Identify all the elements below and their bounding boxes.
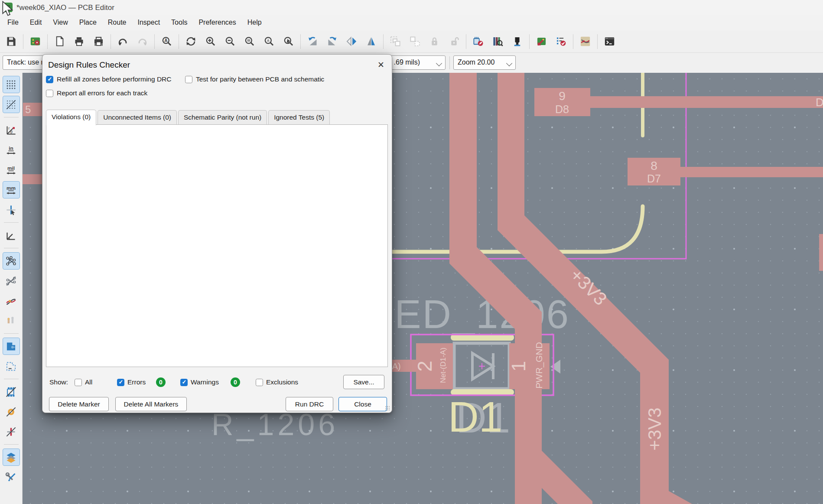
board-setup-button[interactable] bbox=[27, 33, 43, 50]
toolbar-separator bbox=[23, 34, 23, 49]
menu-help[interactable]: Help bbox=[242, 16, 267, 29]
toolbar-separator bbox=[597, 34, 598, 49]
run-drc-button[interactable] bbox=[553, 33, 569, 50]
violations-list[interactable] bbox=[46, 124, 388, 367]
net-inspector-button[interactable] bbox=[577, 33, 593, 50]
tab-schematic-parity[interactable]: Schematic Parity (not run) bbox=[178, 110, 267, 125]
menu-preferences[interactable]: Preferences bbox=[193, 16, 241, 29]
zoom-fit-page-button[interactable] bbox=[241, 33, 257, 50]
ungroup-button[interactable] bbox=[407, 33, 423, 50]
print-button[interactable] bbox=[71, 33, 87, 50]
toolbar-separator bbox=[4, 222, 19, 223]
resize-grip[interactable] bbox=[385, 406, 390, 411]
grid-dots-button[interactable] bbox=[3, 76, 20, 93]
tab-violations[interactable]: Violations (0) bbox=[46, 110, 96, 125]
svg-text:in: in bbox=[9, 145, 13, 151]
menu-bar: FileEditViewPlaceRouteInspectToolsPrefer… bbox=[0, 15, 823, 30]
zoom-fit-objects-button[interactable] bbox=[260, 33, 277, 50]
filter-all[interactable]: All bbox=[75, 378, 92, 386]
update-pcb-from-schematic-button[interactable] bbox=[533, 33, 550, 50]
menu-inspect[interactable]: Inspect bbox=[132, 16, 166, 29]
find-button[interactable]: A bbox=[158, 33, 175, 50]
zoom-selection-button[interactable] bbox=[280, 33, 296, 50]
filter-exclusions[interactable]: Exclusions bbox=[256, 378, 298, 386]
redo-button[interactable] bbox=[134, 33, 150, 50]
unlock-button[interactable] bbox=[446, 33, 462, 50]
parity-option[interactable]: Test for parity between PCB and schemati… bbox=[185, 75, 324, 83]
menu-file[interactable]: File bbox=[2, 16, 24, 29]
flip-vertical-button[interactable] bbox=[363, 33, 379, 50]
zoom-out-button[interactable] bbox=[221, 33, 238, 50]
angle-mode-button[interactable] bbox=[3, 227, 20, 244]
tab-unconnected-items[interactable]: Unconnected Items (0) bbox=[98, 110, 177, 125]
polar-coordinates-icon: rθ bbox=[5, 124, 17, 136]
pad-nets-button[interactable] bbox=[3, 312, 20, 329]
unit-mm-button[interactable]: mm bbox=[3, 182, 20, 198]
run-drc-button[interactable]: Run DRC bbox=[286, 397, 333, 411]
grid-override-button[interactable] bbox=[3, 96, 20, 113]
page-setup-button[interactable] bbox=[51, 33, 68, 50]
checkbox-checked[interactable] bbox=[180, 379, 188, 386]
net-inspector-icon bbox=[579, 36, 591, 47]
close-icon[interactable]: ✕ bbox=[374, 58, 387, 71]
pad-8-ref: D7 bbox=[647, 172, 661, 185]
filter-warnings[interactable]: Warnings bbox=[180, 378, 219, 386]
flip-horizontal-icon bbox=[346, 36, 358, 47]
checkbox-checked[interactable] bbox=[46, 76, 53, 83]
properties-button[interactable] bbox=[3, 469, 20, 485]
zone-filled-button[interactable] bbox=[3, 338, 20, 354]
menu-edit[interactable]: Edit bbox=[24, 16, 48, 29]
unit-inches-button[interactable]: in bbox=[3, 142, 20, 158]
menu-tools[interactable]: Tools bbox=[166, 16, 193, 29]
footprint-outline-button[interactable] bbox=[3, 384, 20, 400]
toolbar-separator bbox=[4, 444, 19, 445]
layers-manager-button[interactable] bbox=[3, 449, 20, 465]
close-button[interactable]: Close bbox=[338, 397, 387, 411]
checkbox-unchecked[interactable] bbox=[185, 76, 192, 83]
filter-errors[interactable]: Errors bbox=[117, 378, 146, 386]
delete-all-markers-button[interactable]: Delete All Markers bbox=[115, 397, 187, 411]
refill-zones-option[interactable]: Refill all zones before performing DRC bbox=[46, 75, 171, 83]
group-button[interactable] bbox=[387, 33, 403, 50]
tab-ignored-tests[interactable]: Ignored Tests (5) bbox=[268, 110, 330, 125]
delete-marker-button[interactable]: Delete Marker bbox=[49, 397, 109, 411]
all-track-errors-option[interactable]: Report all errors for each track bbox=[46, 89, 147, 97]
zoom-in-button[interactable] bbox=[202, 33, 218, 50]
checkbox-unchecked[interactable] bbox=[75, 379, 82, 386]
menu-route[interactable]: Route bbox=[102, 16, 132, 29]
unit-mils-button[interactable]: mil bbox=[3, 162, 20, 178]
checkbox-checked[interactable] bbox=[117, 379, 124, 386]
refresh-button[interactable] bbox=[182, 33, 199, 50]
rotate-cw-button[interactable] bbox=[324, 33, 340, 50]
scripting-console-button[interactable] bbox=[601, 33, 618, 50]
toolbar-separator bbox=[4, 117, 19, 117]
zone-sliver-right bbox=[819, 234, 823, 271]
checkbox-unchecked[interactable] bbox=[256, 379, 263, 386]
undo-button[interactable] bbox=[114, 33, 131, 50]
save-button[interactable]: Save... bbox=[343, 375, 384, 389]
checkbox-unchecked[interactable] bbox=[46, 90, 53, 97]
top-toolbar: A bbox=[0, 30, 823, 53]
zoom-select[interactable]: Zoom 20.00 bbox=[453, 55, 516, 70]
menu-place[interactable]: Place bbox=[74, 16, 102, 29]
ratsnest-button[interactable] bbox=[3, 253, 20, 269]
lock-button[interactable] bbox=[426, 33, 442, 50]
3d-viewer-button[interactable] bbox=[509, 33, 525, 50]
menu-view[interactable]: View bbox=[47, 16, 73, 29]
rotate-ccw-button[interactable] bbox=[304, 33, 321, 50]
save-button[interactable] bbox=[3, 33, 19, 50]
flip-horizontal-button[interactable] bbox=[343, 33, 360, 50]
plot-button[interactable] bbox=[90, 33, 107, 50]
footprint-browser-button[interactable] bbox=[489, 33, 506, 50]
errors-count-badge: 0 bbox=[156, 377, 166, 387]
via-outline-button[interactable] bbox=[3, 423, 20, 440]
footprint-editor-button[interactable] bbox=[470, 33, 486, 50]
polar-coordinates-button[interactable]: rθ bbox=[3, 122, 20, 138]
zone-outline-button[interactable] bbox=[3, 358, 20, 374]
flip-vertical-icon bbox=[365, 36, 377, 47]
cursor-style-button[interactable] bbox=[3, 202, 20, 218]
net-colors-button[interactable] bbox=[3, 293, 20, 309]
ratsnest-curved-button[interactable] bbox=[3, 273, 20, 289]
chevron-down-icon bbox=[436, 60, 442, 66]
pad-outline-button[interactable] bbox=[3, 403, 20, 420]
